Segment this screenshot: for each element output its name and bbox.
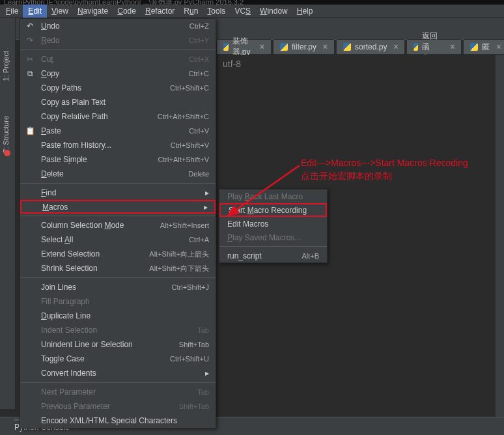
menu-run[interactable]: Run (179, 5, 203, 17)
menu-item-convert-indents[interactable]: Convert Indents▸ (20, 366, 216, 380)
python-file-icon (280, 43, 288, 51)
python-file-icon (413, 43, 417, 51)
close-icon[interactable]: × (496, 42, 501, 51)
chevron-right-icon: ▸ (205, 369, 209, 378)
menu-item-extend-selection[interactable]: Extend SelectionAlt+Shift+向上箭头 (20, 247, 216, 261)
menu-item-label: Encode XML/HTML Special Characters (41, 416, 177, 425)
menu-item-icon: ↷ (25, 36, 35, 45)
menu-item-copy-relative-path[interactable]: Copy Relative PathCtrl+Alt+Shift+C (20, 109, 216, 124)
separator (219, 246, 327, 247)
menu-refactor[interactable]: Refactor (141, 5, 179, 17)
menu-item-shortcut: Ctrl+Shift+C (170, 84, 209, 92)
menu-item-label: Cut (41, 55, 53, 64)
menu-item-macros[interactable]: Macros▸ (20, 200, 216, 214)
menu-item-toggle-case[interactable]: Toggle CaseCtrl+Shift+U (20, 352, 216, 366)
menu-navigate[interactable]: Navigate (73, 5, 113, 17)
editor-tab[interactable]: sorted.py× (336, 39, 405, 55)
menu-item-label: Redo (41, 36, 60, 45)
editor-tab[interactable]: 匿× (463, 39, 504, 55)
menu-item-icon: ↶ (25, 21, 35, 31)
menu-item-label: Indent Selection (41, 326, 97, 335)
separator (20, 216, 216, 216)
menu-item-shortcut: Alt+Shift+向下箭头 (149, 264, 209, 274)
editor-tab[interactable]: 返回函数.py× (406, 39, 462, 55)
close-icon[interactable]: × (450, 42, 455, 51)
menu-item-paste-simple[interactable]: Paste SimpleCtrl+Alt+Shift+V (20, 152, 216, 167)
menu-item-fill-paragraph: Fill Paragraph (20, 294, 216, 309)
menu-item-shortcut: Shift+Tab (179, 341, 209, 348)
editor-tabs: 装饰器.py×filter.py×sorted.py×返回函数.py×匿× (216, 39, 504, 55)
menu-help[interactable]: Help (292, 5, 318, 17)
submenu-item-edit-macros[interactable]: Edit Macros (219, 217, 327, 231)
separator (20, 277, 216, 278)
menu-item-copy-as-plain-text[interactable]: Copy as Plain Text (20, 95, 216, 109)
menu-view[interactable]: View (47, 5, 73, 17)
menu-item-icon: 📋 (25, 126, 35, 135)
side-tab-project[interactable]: 1: Project (2, 51, 10, 81)
macros-submenu: Play Back Last MacroStart Macro Recordin… (219, 189, 328, 263)
menu-item-copy-paths[interactable]: Copy PathsCtrl+Shift+C (20, 81, 216, 95)
menu-item-shortcut: Ctrl+Shift+J (172, 283, 209, 291)
menu-vcs[interactable]: VCS (230, 5, 255, 17)
menu-item-unindent-line-or-selection[interactable]: Unindent Line or SelectionShift+Tab (20, 337, 216, 352)
menu-item-label: Toggle Case (41, 354, 85, 363)
close-icon[interactable]: × (393, 42, 398, 51)
menu-item-join-lines[interactable]: Join LinesCtrl+Shift+J (20, 280, 216, 294)
menu-item-find[interactable]: Find▸ (20, 186, 216, 200)
close-icon[interactable]: × (323, 42, 328, 51)
menu-item-label: Undo (41, 21, 60, 31)
menu-item-shortcut: Ctrl+Shift+U (170, 355, 209, 363)
separator (20, 183, 216, 184)
side-tab-structure[interactable]: 7: Structure (2, 116, 10, 153)
python-file-icon (343, 43, 351, 51)
submenu-item-label: Play Back Last Macro (227, 192, 303, 201)
menu-item-shortcut: Ctrl+A (189, 236, 209, 244)
menu-item-label: Duplicate Line (41, 311, 91, 320)
menu-item-redo: ↷RedoCtrl+Y (20, 33, 216, 48)
annotation-text: Edit--->Macros--->Start Macros Recoding … (301, 156, 468, 182)
menu-item-shrink-selection[interactable]: Shrink SelectionAlt+Shift+向下箭头 (20, 261, 216, 275)
menu-item-label: Paste from History... (41, 141, 111, 150)
menu-item-shortcut: Ctrl+Z (189, 22, 209, 30)
submenu-item-play-saved-macros-: Play Saved Macros... (219, 231, 327, 244)
chevron-right-icon: ▸ (204, 203, 208, 212)
menu-item-undo[interactable]: ↶UndoCtrl+Z (20, 19, 216, 33)
menu-item-select-all[interactable]: Select AllCtrl+A (20, 232, 216, 247)
submenu-item-run-script[interactable]: run_scriptAlt+B (219, 249, 327, 262)
menu-tools[interactable]: Tools (203, 5, 230, 17)
menu-item-shortcut: Ctrl+Alt+Shift+V (158, 156, 209, 163)
submenu-item-label: Edit Macros (227, 219, 268, 229)
menu-edit[interactable]: Edit (23, 5, 47, 18)
editor-tab[interactable]: 装饰器.py× (216, 39, 272, 55)
menu-item-delete[interactable]: DeleteDelete (20, 167, 216, 181)
menu-item-label: Unindent Line or Selection (41, 340, 133, 349)
close-icon[interactable]: × (260, 42, 264, 51)
editor-tab[interactable]: filter.py× (273, 39, 335, 55)
menu-item-paste[interactable]: 📋PasteCtrl+V (20, 124, 216, 138)
menu-item-indent-selection: Indent SelectionTab (20, 323, 216, 337)
menu-item-column-selection-mode[interactable]: Column Selection ModeAlt+Shift+Insert (20, 218, 216, 232)
menu-item-copy[interactable]: ⧉CopyCtrl+C (20, 66, 216, 81)
menu-item-shortcut: Alt+Shift+Insert (160, 221, 209, 229)
menu-item-label: Convert Indents (41, 369, 96, 378)
editor-scrollbar[interactable] (496, 55, 504, 417)
menu-item-shortcut: Ctrl+Y (189, 36, 209, 44)
menu-item-shortcut: Tab (197, 326, 209, 334)
menu-item-shortcut: Ctrl+Alt+Shift+C (158, 113, 209, 120)
menu-item-encode-xml-html-special-characters[interactable]: Encode XML/HTML Special Characters (20, 414, 216, 428)
menu-item-shortcut: Tab (197, 388, 209, 396)
menu-item-label: Copy Paths (41, 83, 81, 92)
menu-item-previous-parameter: Previous ParameterShift+Tab (20, 399, 216, 414)
menu-item-label: Delete (41, 169, 64, 178)
menu-file[interactable]: File (1, 5, 23, 17)
menu-window[interactable]: Window (255, 5, 292, 17)
menu-item-label: Shrink Selection (41, 264, 98, 273)
menu-item-label: Previous Parameter (41, 402, 110, 411)
submenu-item-start-macro-recording[interactable]: Start Macro Recording (219, 203, 327, 217)
menu-item-duplicate-line[interactable]: Duplicate Line (20, 309, 216, 323)
menu-item-shortcut: Ctrl+V (189, 127, 209, 135)
menu-code[interactable]: Code (113, 5, 141, 17)
menu-item-paste-from-history-[interactable]: Paste from History...Ctrl+Shift+V (20, 138, 216, 152)
python-file-icon (223, 43, 229, 51)
chevron-right-icon: ▸ (205, 188, 209, 197)
